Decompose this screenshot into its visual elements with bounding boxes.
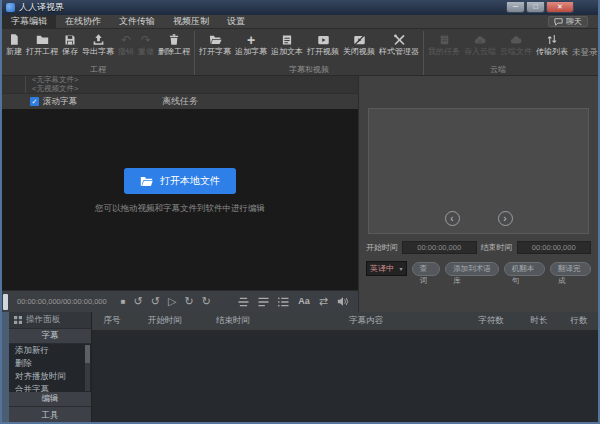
minimize-button[interactable]: ─ [506, 2, 525, 13]
export-subtitle-button[interactable]: 导出字幕 [80, 31, 116, 65]
window-title: 人人译视界 [19, 1, 64, 14]
start-time-input[interactable]: 00:00:00,000 [402, 241, 477, 254]
section-edit[interactable]: 编辑 [9, 392, 91, 407]
machine-translate-button[interactable]: 机翻本句 [504, 262, 545, 276]
playback-bar: 00:00:00,000/00:00:00,000 ■ ↺ ↺ ▷ ↻ ↻ Aa… [2, 290, 358, 312]
toolbar-group-subtitle-video-label: 字幕和视频 [289, 65, 329, 75]
playback-time: 00:00:00,000/00:00:00,000 [17, 297, 107, 306]
cloud-icon [509, 32, 523, 47]
subtitle-actions-list: 添加新行 删除 对齐播放时间 合并字幕 [9, 344, 91, 392]
next-subtitle-button[interactable]: › [498, 211, 513, 226]
folder-open-icon [209, 32, 222, 47]
col-index: 序号 [92, 315, 132, 327]
login-status[interactable]: 未登录 [572, 47, 598, 59]
loop-toggle-button[interactable]: ⇄ [319, 296, 328, 307]
open-local-file-button[interactable]: 打开本地文件 [124, 168, 236, 194]
seek-back-long-button[interactable]: ↺ [134, 296, 143, 307]
menu-video-encode[interactable]: 视频压制 [164, 15, 218, 28]
menu-file-transfer[interactable]: 文件传输 [110, 15, 164, 28]
transfer-list-button[interactable]: 传输列表 [534, 31, 570, 65]
start-time-label: 开始时间 [366, 242, 398, 253]
operation-panel: 操作面板 字幕 添加新行 删除 对齐播放时间 合并字幕 编辑 工具 [9, 312, 92, 422]
seek-forward-button[interactable]: ↻ [184, 296, 193, 307]
clipboard-icon [439, 32, 450, 47]
open-project-button[interactable]: 打开工程 [24, 31, 60, 65]
bottom-area: 操作面板 字幕 添加新行 删除 对齐播放时间 合并字幕 编辑 工具 序号 开始时… [2, 312, 598, 422]
align-lines-button[interactable] [258, 297, 269, 307]
open-local-file-label: 打开本地文件 [160, 174, 220, 188]
merge-subtitle-item[interactable]: 合并字幕 [9, 383, 91, 392]
ops-scrollbar[interactable] [85, 345, 90, 391]
video-panel: ‹ › 开始时间 00:00:00,000 结束时间 00:00:00,000 … [358, 76, 598, 312]
toolbar-group-project-label: 工程 [90, 65, 106, 75]
save-to-cloud-button[interactable]: 存入云端 [462, 31, 498, 65]
undo-icon: ↶ [121, 32, 131, 47]
end-time-label: 结束时间 [481, 242, 513, 253]
no-video-file-label: <无视频文件> [32, 85, 358, 94]
align-playtime-item[interactable]: 对齐播放时间 [9, 370, 91, 383]
style-manager-button[interactable]: 样式管理器 [377, 31, 421, 65]
open-subtitle-button[interactable]: 打开字幕 [197, 31, 233, 65]
playbar-handle[interactable] [3, 294, 8, 310]
font-settings-button[interactable]: Aa [298, 296, 310, 307]
append-text-button[interactable]: 追加文本 [269, 31, 305, 65]
new-button[interactable]: 新建 [4, 31, 24, 65]
undo-button[interactable]: ↶ 撤销 [116, 31, 136, 65]
section-tools[interactable]: 工具 [9, 407, 91, 422]
toolbar-group-project: 新建 打开工程 保存 导出字幕 [2, 31, 194, 75]
append-subtitle-button[interactable]: + 追加字幕 [233, 31, 269, 65]
open-video-button[interactable]: 打开视频 [305, 31, 341, 65]
col-end-time: 结束时间 [198, 315, 268, 327]
style-tools-icon [393, 32, 406, 47]
menu-settings[interactable]: 设置 [218, 15, 254, 28]
translation-done-button[interactable]: 翻译完成 [550, 262, 591, 276]
translate-direction-select[interactable]: 英译中 ▾ [366, 261, 407, 276]
file-dropzone[interactable]: 打开本地文件 您可以拖动视频和字幕文件到软件中进行编辑 [2, 109, 358, 290]
menu-online-collab[interactable]: 在线协作 [56, 15, 110, 28]
file-status: <无字幕文件> <无视频文件> [25, 76, 358, 93]
stop-button[interactable]: ■ [121, 296, 126, 307]
trash-icon [168, 32, 180, 47]
new-file-icon [8, 32, 20, 47]
focus-line-button[interactable] [238, 297, 249, 307]
play-button[interactable]: ▷ [168, 296, 176, 307]
text-doc-icon [281, 32, 293, 47]
lookup-word-button[interactable]: 查词 [412, 262, 441, 276]
seek-back-button[interactable]: ↺ [151, 296, 160, 307]
menubar: 字幕编辑 在线协作 文件传输 视频压制 设置 聊天 [2, 15, 598, 29]
add-new-line-item[interactable]: 添加新行 [9, 344, 91, 357]
toolbar-group-cloud: 我的任务 存入云端 云端文件 传输列表 云端 [423, 31, 572, 75]
delete-line-item[interactable]: 删除 [9, 357, 91, 370]
user-area: 未登录 [572, 31, 598, 75]
chevron-down-icon: ▾ [400, 265, 403, 272]
translate-direction-value: 英译中 [370, 263, 400, 274]
add-to-termbase-button[interactable]: 添加到术语库 [445, 262, 499, 276]
close-video-button[interactable]: 关闭视频 [341, 31, 377, 65]
redo-button[interactable]: ↷ 重做 [136, 31, 156, 65]
delete-project-button[interactable]: 删除工程 [156, 31, 192, 65]
close-button[interactable]: ✕ [546, 2, 574, 13]
translate-row: 英译中 ▾ 查词 添加到术语库 机翻本句 翻译完成 [359, 261, 598, 276]
seek-forward-long-button[interactable]: ↻ [202, 296, 211, 307]
col-content: 字幕内容 [268, 315, 464, 327]
end-time-input[interactable]: 00:00:00,000 [517, 241, 592, 254]
window-controls: ─ □ ✕ [505, 2, 574, 13]
list-view-button[interactable] [278, 297, 289, 307]
toolbar: 新建 打开工程 保存 导出字幕 [2, 29, 598, 76]
prev-subtitle-button[interactable]: ‹ [445, 211, 460, 226]
subtitle-table-body[interactable] [92, 331, 598, 422]
workspace: <无字幕文件> <无视频文件> ✓ 滚动字幕 离线任务 打开本地文件 您可以拖动… [2, 76, 598, 312]
operation-panel-header: 操作面板 [9, 312, 91, 329]
toolbar-group-cloud-label: 云端 [490, 65, 506, 75]
volume-button[interactable] [337, 296, 349, 307]
menu-subtitle-edit[interactable]: 字幕编辑 [2, 15, 56, 28]
app-window: 人人译视界 ─ □ ✕ 字幕编辑 在线协作 文件传输 视频压制 设置 聊天 [0, 0, 600, 424]
section-subtitle[interactable]: 字幕 [9, 329, 91, 344]
save-button[interactable]: 保存 [60, 31, 80, 65]
drop-hint: 您可以拖动视频和字幕文件到软件中进行编辑 [95, 203, 265, 215]
chat-button[interactable]: 聊天 [548, 16, 588, 27]
maximize-button[interactable]: □ [526, 2, 545, 13]
cloud-files-button[interactable]: 云端文件 [498, 31, 534, 65]
my-tasks-button[interactable]: 我的任务 [426, 31, 462, 65]
toolbar-group-subtitle-video: 打开字幕 + 追加字幕 追加文本 打开视频 [194, 31, 423, 75]
